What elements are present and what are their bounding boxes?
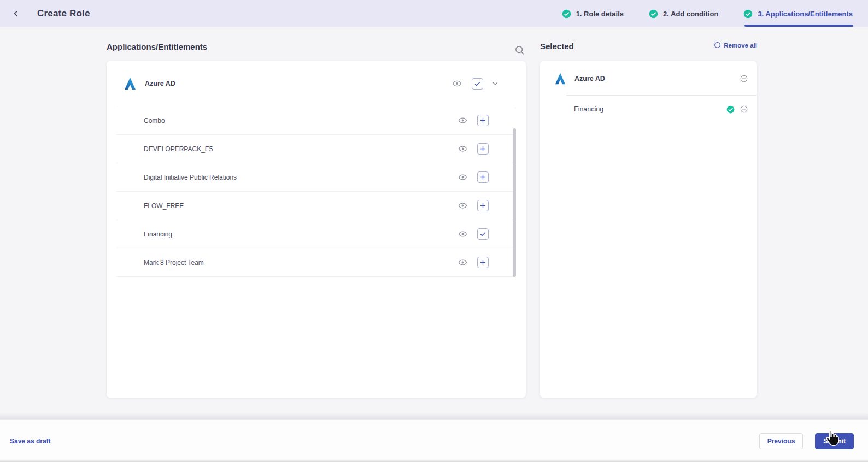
entitlement-row: Mark 8 Project Team [116,248,514,277]
check-icon [479,230,486,238]
view-application-button[interactable] [451,78,463,90]
entitlement-name: DEVELOPERPACK_E5 [144,145,456,153]
entitlement-name: Mark 8 Project Team [144,259,456,266]
selected-application-row: Azure AD [540,61,757,93]
confirmed-check-icon [726,105,735,114]
topbar: Create Role 1. Role details 2. Add condi… [0,0,868,27]
remove-all-button[interactable]: Remove all [714,42,757,49]
plus-icon [479,202,486,209]
view-entitlement-button[interactable] [456,115,468,127]
entitlement-checkbox-checked[interactable] [477,228,489,240]
minus-circle-icon [714,42,721,49]
chevron-left-icon [11,9,20,18]
minus-circle-icon [740,74,748,83]
azure-ad-logo-icon [123,76,137,91]
add-entitlement-button[interactable] [477,257,489,268]
entitlement-row: DEVELOPERPACK_E5 [116,135,514,163]
content-bottom-shadow [0,413,868,419]
view-entitlement-button[interactable] [456,257,468,269]
selected-entitlement-name: Financing [574,105,726,113]
step-label: 1. Role details [576,10,624,18]
plus-icon [479,174,486,181]
applications-panel-title: Applications/Entitlements [107,42,207,51]
save-as-draft-link[interactable]: Save as draft [10,437,51,445]
view-entitlement-button[interactable] [456,228,468,240]
page-title: Create Role [37,8,90,19]
remove-entitlement-button[interactable] [740,105,748,114]
step-complete-icon [562,9,571,19]
azure-ad-logo-icon [554,72,567,85]
plus-icon [479,117,486,124]
entitlement-row: Digital Initiative Public Relations [116,163,514,192]
selected-panel-title: Selected [540,42,574,51]
search-button[interactable] [513,44,527,58]
eye-icon [458,173,467,182]
view-entitlement-button[interactable] [456,143,468,155]
application-checkbox-checked[interactable] [472,78,483,90]
selected-entitlement-row: Financing [540,96,757,123]
step-complete-icon [743,9,753,19]
eye-icon [458,116,467,125]
add-entitlement-button[interactable] [477,143,489,155]
eye-icon [458,144,467,153]
add-entitlement-button[interactable] [477,171,489,183]
step-label: 2. Add condition [663,10,718,18]
search-icon [514,44,526,56]
application-name: Azure AD [145,80,175,87]
selected-list-card: Azure AD Financing [540,61,757,398]
view-entitlement-button[interactable] [456,200,468,212]
eye-icon [458,229,467,239]
submit-button[interactable]: Submit [815,433,854,449]
plus-icon [479,145,486,152]
eye-icon [458,258,467,267]
view-entitlement-button[interactable] [456,171,468,183]
active-step-underline [744,25,853,27]
eye-icon [458,201,467,210]
entitlement-name: Combo [144,117,456,125]
minus-circle-icon [740,105,748,114]
eye-icon [452,79,462,88]
entitlement-row: Financing [116,220,514,248]
step-add-condition[interactable]: 2. Add condition [649,9,718,19]
entitlement-name: Financing [144,230,456,238]
check-icon [474,80,481,87]
plus-icon [479,259,486,266]
entitlement-row: FLOW_FREE [116,192,514,220]
entitlement-row: Combo [116,106,514,135]
step-complete-icon [649,9,658,19]
application-group-row: Azure AD [107,61,526,106]
step-label: 3. Applications/Entitlements [758,10,853,18]
remove-application-button[interactable] [740,74,748,83]
selected-application-name: Azure AD [574,75,740,82]
back-button[interactable] [7,4,25,23]
footer-bar: Save as draft Previous Submit [0,419,868,462]
chevron-down-icon [491,80,499,87]
list-scrollbar-thumb[interactable] [513,128,516,277]
collapse-application-button[interactable] [490,79,500,88]
step-applications-entitlements[interactable]: 3. Applications/Entitlements [743,9,853,19]
wizard-steps: 1. Role details 2. Add condition 3. Appl… [562,0,853,27]
step-role-details[interactable]: 1. Role details [562,9,624,19]
previous-button[interactable]: Previous [759,433,804,449]
add-entitlement-button[interactable] [477,115,489,126]
add-entitlement-button[interactable] [477,200,489,211]
remove-all-label: Remove all [724,42,757,49]
create-role-screen: Create Role 1. Role details 2. Add condi… [0,0,868,462]
applications-list-card: Azure AD Combo DEVELOPERPACK_E5 Digital … [107,61,526,398]
entitlement-name: FLOW_FREE [144,202,456,210]
entitlement-name: Digital Initiative Public Relations [144,174,456,181]
